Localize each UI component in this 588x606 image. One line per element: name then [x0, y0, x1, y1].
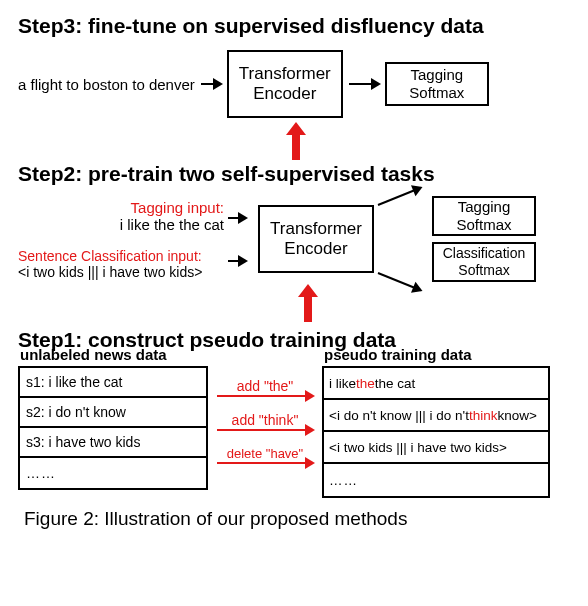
row-post: know>	[497, 408, 536, 423]
mid-label: add "think"	[212, 412, 318, 428]
step1-row: unlabeled news data s1: i like the cat s…	[18, 366, 570, 498]
red-arrow-icon	[217, 429, 313, 431]
tagging-softmax-box: Tagging Softmax	[432, 196, 536, 236]
row-red: think	[469, 408, 498, 423]
mid-label: delete "have"	[212, 446, 318, 461]
vert-arrow-wrap	[250, 282, 366, 322]
row-pre: <i two kids ||| i have two kids>	[329, 440, 507, 455]
data-row: <i do n't know ||| i do n't think know>	[324, 400, 548, 432]
row-pre: ……	[329, 473, 358, 488]
arrow-icon	[228, 260, 246, 262]
mid-arrow-group: delete "have"	[212, 438, 318, 472]
arrow-icon	[349, 83, 379, 85]
row-pre: <i do n't know ||| i do n't	[329, 408, 469, 423]
row-red: the	[356, 376, 375, 391]
encoder-box-step3: Transformer Encoder	[227, 50, 343, 118]
classification-input-group: Sentence Classification input: <i two ki…	[18, 248, 224, 280]
vert-arrow-wrap	[238, 120, 354, 160]
pseudo-header: pseudo training data	[324, 346, 472, 363]
figure-caption: Figure 2: Illustration of our proposed m…	[18, 508, 570, 530]
pseudo-data-box: pseudo training data i like the the cat …	[322, 366, 550, 498]
classification-input-label: Sentence Classification input:	[18, 248, 224, 264]
step3-title: Step3: fine-tune on supervised disfluenc…	[18, 14, 570, 38]
step3-row: a flight to boston to denver Transformer…	[18, 48, 570, 120]
mid-arrow-group: add "think"	[212, 404, 318, 438]
mid-arrows: add "the" add "think" delete "have"	[212, 366, 318, 472]
step2-title: Step2: pre-train two self-supervised tas…	[18, 162, 570, 186]
mid-label: add "the"	[212, 378, 318, 394]
red-arrow-icon	[217, 462, 313, 464]
tagging-softmax-box: Tagging Softmax	[385, 62, 489, 106]
step2-section: Step2: pre-train two self-supervised tas…	[18, 162, 570, 282]
data-row-dots: ……	[20, 458, 206, 488]
tagging-input-value: i like the the cat	[18, 216, 224, 233]
data-row: s2: i do n't know	[20, 398, 206, 428]
red-arrow-icon	[217, 395, 313, 397]
row-post: the cat	[375, 376, 416, 391]
data-row: i like the the cat	[324, 368, 548, 400]
data-row: s3: i have two kids	[20, 428, 206, 458]
step2-out-arrows	[378, 196, 424, 282]
step2-inputs: Tagging input: i like the the cat Senten…	[18, 196, 224, 282]
step3-section: Step3: fine-tune on supervised disfluenc…	[18, 14, 570, 120]
arrow-icon	[378, 187, 421, 206]
arrow-icon	[201, 83, 221, 85]
step2-in-arrows	[228, 196, 254, 282]
unlabeled-data-box: unlabeled news data s1: i like the cat s…	[18, 366, 208, 490]
unlabeled-header: unlabeled news data	[20, 346, 167, 363]
arrow-icon	[378, 272, 421, 291]
red-up-arrow-icon	[304, 296, 312, 322]
red-up-arrow-icon	[292, 134, 300, 160]
classification-input-value: <i two kids ||| i have two kids>	[18, 264, 224, 280]
mid-arrow-group: add "the"	[212, 370, 318, 404]
tagging-input-label: Tagging input:	[18, 199, 224, 216]
data-row: s1: i like the cat	[20, 368, 206, 398]
row-pre: i like	[329, 376, 356, 391]
step2-row: Tagging input: i like the the cat Senten…	[18, 196, 570, 282]
classification-softmax-box: Classification Softmax	[432, 242, 536, 282]
encoder-box-step2: Transformer Encoder	[258, 205, 374, 273]
data-row: <i two kids ||| i have two kids>	[324, 432, 548, 464]
data-row-dots: ……	[324, 464, 548, 496]
arrow-icon	[228, 217, 246, 219]
tagging-input-group: Tagging input: i like the the cat	[18, 199, 224, 233]
step3-input-text: a flight to boston to denver	[18, 76, 195, 93]
step1-section: Step1: construct pseudo training data un…	[18, 328, 570, 498]
step2-encoder-wrap: Transformer Encoder	[258, 196, 374, 282]
step2-outputs: Tagging Softmax Classification Softmax	[432, 196, 536, 282]
